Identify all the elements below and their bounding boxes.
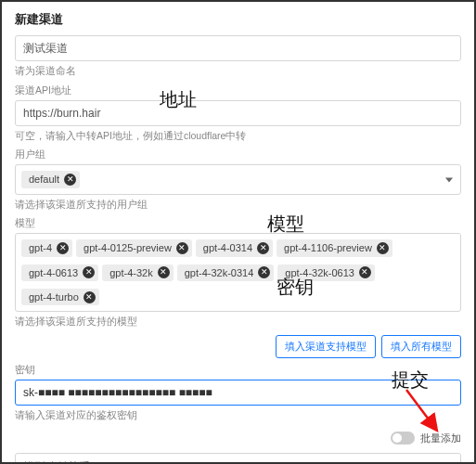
remove-tag-icon[interactable]: ✕ xyxy=(64,174,76,186)
usergroup-helper: 请选择该渠道所支持的用户组 xyxy=(15,198,461,212)
remove-tag-icon[interactable]: ✕ xyxy=(57,242,69,254)
channel-name-helper: 请为渠道命名 xyxy=(15,64,461,78)
tag-gpt-4-1106-preview[interactable]: gpt-4-1106-preview✕ xyxy=(277,239,392,256)
models-helper: 请选择该渠道所支持的模型 xyxy=(15,315,461,329)
modal-title: 新建渠道 xyxy=(2,2,474,35)
tag-gpt-4-32k-0613[interactable]: gpt-4-32k-0613✕ xyxy=(277,264,375,281)
tag-default[interactable]: default✕ xyxy=(21,171,80,187)
channel-name-input[interactable] xyxy=(15,35,461,61)
tag-label: gpt-4-0613 xyxy=(29,266,78,279)
chevron-down-icon xyxy=(445,177,453,182)
secret-label: 密钥 xyxy=(15,364,461,377)
models-select[interactable]: gpt-4✕gpt-4-0125-preview✕gpt-4-0314✕gpt-… xyxy=(15,233,461,312)
tag-gpt-4[interactable]: gpt-4✕ xyxy=(21,239,72,256)
tag-gpt-4-turbo[interactable]: gpt-4-turbo✕ xyxy=(21,289,99,305)
usergroup-select[interactable]: default✕ xyxy=(15,164,461,194)
tag-gpt-4-0125-preview[interactable]: gpt-4-0125-preview✕ xyxy=(76,239,192,256)
tag-label: gpt-4-0125-preview xyxy=(84,241,172,254)
api-url-input[interactable] xyxy=(15,100,461,126)
tag-label: default xyxy=(29,173,59,186)
model-mapping-textarea[interactable] xyxy=(15,453,461,464)
tag-label: gpt-4-32k xyxy=(109,266,152,279)
tag-label: gpt-4-turbo xyxy=(29,290,79,303)
tag-label: gpt-4-32k-0613 xyxy=(285,266,354,279)
tag-gpt-4-32k[interactable]: gpt-4-32k✕ xyxy=(102,264,173,281)
tag-label: gpt-4-0314 xyxy=(203,241,252,254)
models-label: 模型 xyxy=(15,217,461,230)
usergroup-label: 用户组 xyxy=(15,148,461,161)
remove-tag-icon[interactable]: ✕ xyxy=(257,242,269,254)
remove-tag-icon[interactable]: ✕ xyxy=(359,266,371,278)
tag-label: gpt-4-32k-0314 xyxy=(185,266,254,279)
secret-helper: 请输入渠道对应的鉴权密钥 xyxy=(15,408,461,422)
remove-tag-icon[interactable]: ✕ xyxy=(84,291,96,303)
fill-all-models-button[interactable]: 填入所有模型 xyxy=(381,335,461,358)
api-url-helper: 可空，请输入中转API地址，例如通过cloudflare中转 xyxy=(15,129,461,143)
tag-gpt-4-0314[interactable]: gpt-4-0314✕ xyxy=(196,239,273,256)
tag-gpt-4-32k-0314[interactable]: gpt-4-32k-0314✕ xyxy=(177,264,275,281)
tag-gpt-4-0613[interactable]: gpt-4-0613✕ xyxy=(21,264,98,281)
remove-tag-icon[interactable]: ✕ xyxy=(258,266,270,278)
remove-tag-icon[interactable]: ✕ xyxy=(377,242,389,254)
remove-tag-icon[interactable]: ✕ xyxy=(176,242,188,254)
tag-label: gpt-4 xyxy=(29,241,52,254)
remove-tag-icon[interactable]: ✕ xyxy=(158,266,170,278)
batch-add-label: 批量添加 xyxy=(420,432,461,445)
api-url-label: 渠道API地址 xyxy=(15,84,461,97)
secret-input[interactable] xyxy=(15,380,461,406)
remove-tag-icon[interactable]: ✕ xyxy=(83,266,95,278)
fill-supported-models-button[interactable]: 填入渠道支持模型 xyxy=(276,335,376,358)
batch-add-toggle[interactable] xyxy=(391,432,415,445)
tag-label: gpt-4-1106-preview xyxy=(284,241,372,254)
